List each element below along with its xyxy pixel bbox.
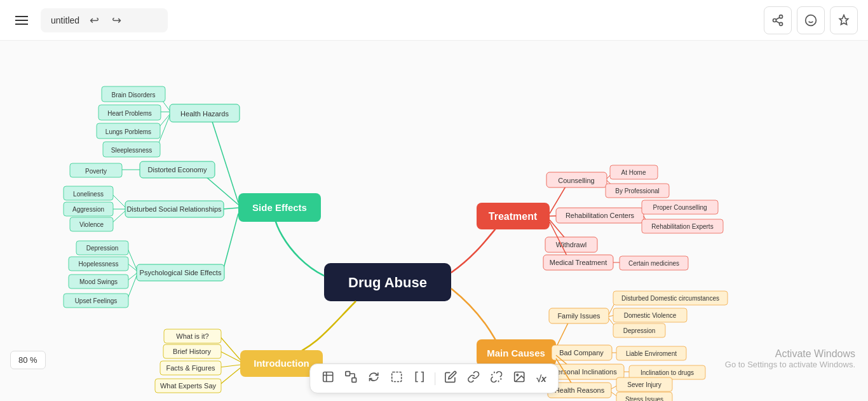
hamburger-icon: [15, 20, 28, 21]
treatment-label[interactable]: Treatment: [489, 211, 538, 222]
svg-line-68: [219, 368, 240, 385]
inclination-to-drugs-label[interactable]: Inclination to drugs: [641, 369, 694, 376]
svg-rect-100: [392, 372, 402, 382]
health-hazards-label[interactable]: Health Hazards: [180, 110, 229, 118]
psych-side-effects-label[interactable]: Psychological Side Effects: [140, 269, 222, 276]
zoom-indicator: 80 %: [10, 351, 46, 369]
mindmap-svg: Drug Abuse Side Effects Health Hazards B…: [0, 41, 868, 401]
svg-point-2: [780, 22, 783, 25]
poverty-label[interactable]: Poverty: [85, 168, 107, 175]
svg-line-24: [222, 208, 238, 209]
liable-enviroment-label[interactable]: Liable Enviroment: [626, 350, 677, 357]
depression-se-label[interactable]: Depression: [86, 245, 119, 252]
select-tool-icon[interactable]: [389, 369, 404, 388]
brief-history-label[interactable]: Brief History: [173, 348, 211, 355]
svg-line-32: [222, 214, 238, 273]
canvas[interactable]: Drug Abuse Side Effects Health Hazards B…: [0, 41, 868, 401]
personal-inclinations-label[interactable]: Personal Inclinations: [552, 368, 617, 376]
withdrawl-label[interactable]: Withdrawl: [556, 241, 587, 248]
svg-rect-97: [352, 378, 356, 383]
heart-problems-label[interactable]: Heart Problems: [107, 110, 151, 117]
svg-line-4: [776, 17, 780, 19]
mood-swings-label[interactable]: Mood Swings: [79, 278, 118, 285]
at-home-label[interactable]: At Home: [621, 169, 646, 176]
share-button[interactable]: [764, 6, 792, 34]
svg-point-1: [773, 18, 776, 22]
sleeplessness-label[interactable]: Sleeplessness: [111, 147, 152, 154]
svg-point-106: [517, 374, 519, 376]
image-tool-icon[interactable]: [512, 369, 527, 388]
rehab-experts-label[interactable]: Rehabilitation Experts: [651, 223, 713, 230]
svg-point-5: [806, 15, 817, 25]
family-issues-label[interactable]: Family Issues: [557, 312, 600, 320]
by-professional-label[interactable]: By Professional: [615, 187, 659, 194]
loop-tool-icon[interactable]: [366, 369, 381, 388]
loneliness-label[interactable]: Loneliness: [73, 191, 104, 198]
what-is-it-label[interactable]: What is it?: [176, 332, 208, 340]
svg-line-3: [776, 21, 780, 23]
violence-label[interactable]: Violence: [79, 221, 104, 228]
bad-company-label[interactable]: Bad Company: [559, 349, 604, 357]
formula-tool-icon[interactable]: √x: [534, 372, 548, 385]
what-experts-say-label[interactable]: What Experts Say: [160, 382, 217, 390]
link-tool-icon[interactable]: [466, 369, 481, 388]
undo-button[interactable]: ↩: [87, 12, 102, 29]
medical-treatment-label[interactable]: Medical Treatment: [550, 259, 607, 266]
svg-line-66: [219, 365, 240, 367]
facts-figures-label[interactable]: Facts & Figures: [166, 364, 215, 372]
sever-injury-label[interactable]: Sever Injury: [627, 381, 661, 388]
proper-counselling-label[interactable]: Proper Counselling: [653, 204, 707, 211]
menu-button[interactable]: [10, 9, 33, 32]
connect-tool-icon[interactable]: [343, 369, 358, 388]
document-title[interactable]: untitled: [51, 15, 79, 25]
disturbed-social-label[interactable]: Disturbed Social Relationships: [126, 205, 222, 213]
aggression-label[interactable]: Aggression: [72, 206, 104, 213]
side-effects-label[interactable]: Side Effects: [252, 202, 307, 213]
stress-issues-label[interactable]: Stress Issues: [625, 396, 663, 401]
lungs-problems-label[interactable]: Lungs Porblems: [105, 128, 151, 135]
zoom-level: 80 %: [18, 355, 37, 365]
distorted-economy-label[interactable]: Distorted Economy: [148, 166, 207, 173]
bottom-toolbar: √x: [309, 364, 559, 393]
pin-button[interactable]: [830, 6, 858, 34]
introduction-label[interactable]: Introduction: [254, 358, 309, 369]
brain-disorders-label[interactable]: Brain Disorders: [112, 92, 156, 99]
hopelessness-label[interactable]: Hopelessness: [79, 261, 119, 268]
counselling-label[interactable]: Counselling: [558, 177, 594, 184]
svg-point-0: [780, 15, 783, 18]
central-node-label[interactable]: Drug Abuse: [348, 275, 427, 290]
svg-line-10: [210, 114, 238, 203]
header-left: untitled ↩ ↪: [10, 8, 168, 32]
main-causes-label[interactable]: Main Causes: [487, 348, 545, 358]
header-right: [764, 6, 858, 34]
svg-rect-96: [346, 372, 350, 376]
unlink-tool-icon[interactable]: [489, 369, 504, 388]
toolbar-divider-1: [435, 372, 435, 385]
title-area: untitled ↩ ↪: [41, 8, 168, 32]
bracket-tool-icon[interactable]: [412, 369, 427, 388]
redo-button[interactable]: ↪: [109, 12, 124, 29]
disturbed-domestic-label[interactable]: Disturbed Domestic circumstances: [621, 295, 719, 302]
header: untitled ↩ ↪: [0, 0, 868, 41]
health-reasons-label[interactable]: Health Reasons: [555, 386, 605, 394]
depression-mc-label[interactable]: Depression: [623, 327, 656, 334]
frame-tool-icon[interactable]: [320, 369, 336, 388]
svg-rect-93: [323, 372, 333, 382]
certain-medicines-label[interactable]: Certain medicines: [628, 260, 679, 267]
rehab-centers-label[interactable]: Rehabilitation Centers: [566, 212, 635, 219]
upset-feelings-label[interactable]: Upset Feelings: [75, 297, 118, 304]
emoji-button[interactable]: [797, 6, 825, 34]
domestic-violence-label[interactable]: Domestic Violence: [624, 312, 677, 319]
edit-tool-icon[interactable]: [443, 369, 458, 388]
